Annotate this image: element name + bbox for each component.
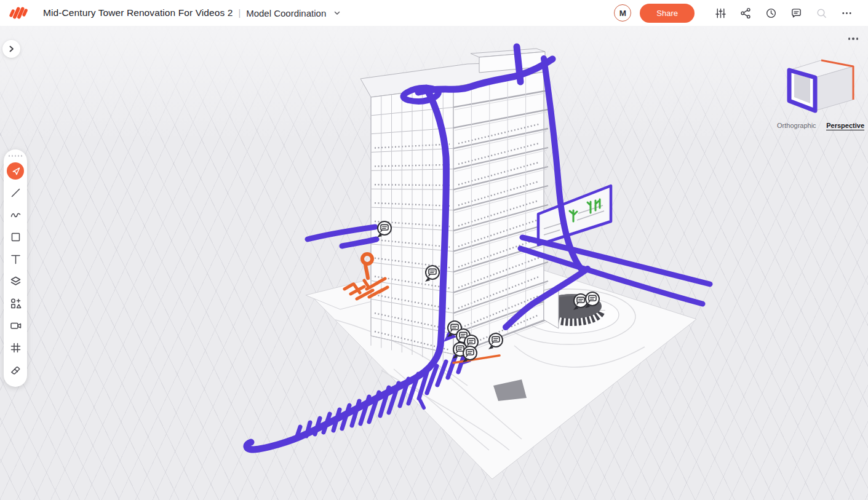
more-icon[interactable]: [834, 3, 859, 23]
view-mode-label[interactable]: Model Coordination: [246, 8, 326, 18]
toolbar-drag-handle[interactable]: [9, 154, 23, 160]
grid-icon: [9, 341, 22, 354]
billboard-image[interactable]: [538, 186, 611, 245]
canvas-more-options-icon[interactable]: [773, 34, 866, 43]
title-separator: |: [239, 8, 241, 18]
pen-cursor-icon: [9, 164, 22, 177]
chevron-down-icon[interactable]: [333, 9, 341, 17]
camera-icon: [9, 319, 22, 332]
tool-grid[interactable]: [7, 339, 24, 357]
model-scene: [0, 26, 868, 500]
viewport-canvas[interactable]: Orthographic Perspective: [0, 26, 868, 500]
app-logo-icon[interactable]: [9, 4, 30, 22]
share-button[interactable]: Share: [640, 4, 695, 23]
adjustments-icon[interactable]: [708, 3, 733, 23]
line-icon: [9, 186, 22, 199]
tool-select-draw[interactable]: [7, 162, 24, 180]
perspective-toggle[interactable]: Perspective: [826, 122, 864, 130]
search-icon[interactable]: [809, 3, 834, 23]
squiggle-icon: [9, 208, 22, 221]
chevron-right-icon: [7, 45, 15, 53]
orthographic-toggle[interactable]: Orthographic: [777, 122, 816, 130]
tool-eraser[interactable]: [7, 362, 24, 379]
document-title: Mid-Century Tower Renovation For Videos …: [43, 7, 233, 18]
tool-line[interactable]: [7, 185, 24, 202]
drawing-toolbar: [4, 149, 27, 387]
tool-rectangle[interactable]: [7, 229, 24, 246]
view-cube-widget: Orthographic Perspective: [773, 34, 866, 130]
avatar[interactable]: M: [614, 4, 631, 22]
building-tower: [360, 49, 559, 364]
comments-icon[interactable]: [784, 3, 809, 23]
view-cube[interactable]: [779, 46, 859, 118]
tool-freehand[interactable]: [7, 207, 24, 224]
tool-camera[interactable]: [7, 317, 24, 335]
tool-text[interactable]: [7, 251, 24, 268]
text-icon: [9, 253, 22, 266]
shapes-icon: [9, 297, 22, 310]
layers-icon: [9, 275, 22, 288]
history-icon[interactable]: [759, 3, 784, 23]
share-network-icon[interactable]: [733, 3, 759, 23]
top-bar: Mid-Century Tower Renovation For Videos …: [0, 0, 868, 26]
tool-shapes[interactable]: [7, 295, 24, 312]
rectangle-icon: [9, 231, 22, 244]
tool-layers[interactable]: [7, 273, 24, 290]
expand-panel-button[interactable]: [2, 40, 20, 58]
eraser-icon: [9, 363, 22, 376]
